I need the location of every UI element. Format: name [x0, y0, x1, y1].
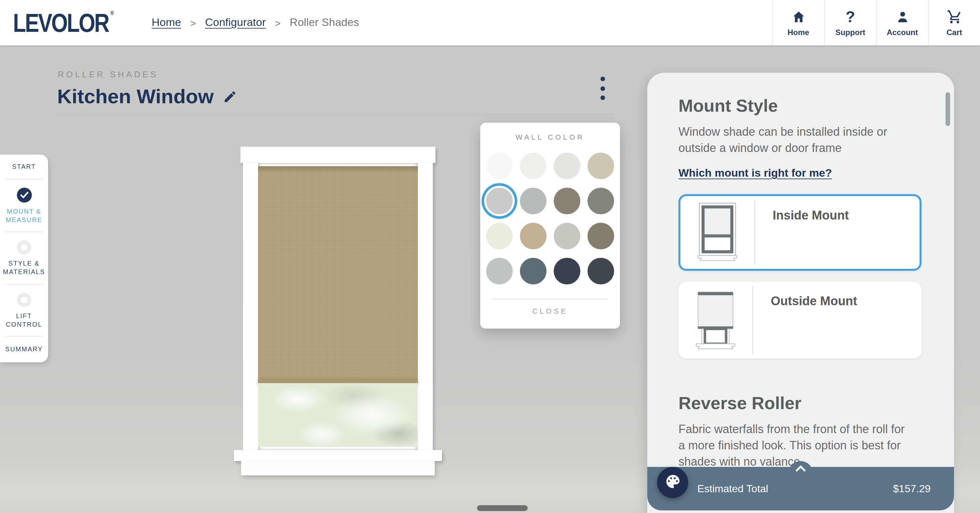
estimated-total-amount: $157.29 [893, 483, 931, 494]
wall-color-swatch-grid [480, 152, 620, 284]
inside-mount-illustration-icon [681, 196, 754, 269]
wall-color-swatch[interactable] [520, 187, 547, 214]
more-options-menu-button[interactable] [597, 76, 608, 100]
wall-color-close-button[interactable]: CLOSE [480, 307, 620, 315]
wall-color-swatch[interactable] [554, 187, 580, 214]
configurator-page: LEVOLOR® Home > Configurator > Roller Sh… [0, 0, 980, 513]
title-divider [57, 114, 615, 115]
window-opening [258, 163, 418, 451]
sidebar-step-summary[interactable]: SUMMARY [5, 345, 43, 353]
outside-mount-option[interactable]: Outside Mount [678, 282, 921, 359]
mount-help-link[interactable]: Which mount is right for me? [678, 167, 832, 180]
step-divider [5, 284, 43, 285]
question-icon: ? [845, 9, 855, 24]
window-glass [258, 383, 418, 447]
wall-color-swatch[interactable] [520, 223, 547, 249]
breadcrumb-home[interactable]: Home [152, 16, 181, 29]
top-nav: Home ? Support Account Cart [772, 0, 980, 46]
wall-color-popover: WALL COLOR CLOSE [480, 123, 620, 329]
page-hscrollbar-thumb[interactable] [477, 505, 528, 511]
nav-cart-button[interactable]: Cart [928, 0, 980, 46]
reverse-roller-heading: Reverse Roller [678, 394, 918, 414]
wall-color-swatch[interactable] [554, 152, 580, 179]
sidebar-step-lift-control[interactable]: LIFT CONTROL [3, 311, 46, 328]
palette-icon [664, 472, 681, 492]
wall-color-palette-button[interactable] [657, 467, 688, 498]
nav-home-button[interactable]: Home [772, 0, 824, 46]
step-divider [5, 336, 43, 337]
nav-support-button[interactable]: ? Support [824, 0, 876, 46]
step-sidebar: START MOUNT & MEASURE STYLE & MATERIALS … [0, 154, 48, 362]
wall-color-swatch[interactable] [587, 258, 614, 284]
nav-cart-label: Cart [947, 28, 962, 37]
levolor-logo[interactable]: LEVOLOR® [13, 8, 108, 37]
person-icon [895, 9, 910, 24]
wall-color-swatch[interactable] [587, 152, 614, 179]
sidebar-step-style-materials[interactable]: STYLE & MATERIALS [3, 259, 46, 276]
step-mount-measure-check[interactable] [17, 187, 32, 202]
window-preview [235, 147, 441, 475]
inside-mount-option[interactable]: Inside Mount [678, 194, 921, 271]
outside-mount-label: Outside Mount [753, 282, 857, 359]
step-style-materials-circle[interactable] [17, 240, 31, 254]
wall-color-swatch[interactable] [520, 258, 547, 284]
wall-color-swatch-selected[interactable] [486, 187, 513, 214]
wall-color-swatch[interactable] [486, 152, 513, 179]
page-title: Kitchen Window [57, 85, 214, 108]
breadcrumb-current: Roller Shades [290, 16, 360, 29]
sidebar-step-mount-measure[interactable]: MOUNT & MEASURE [3, 207, 46, 224]
mount-style-description: Window shade can be installed inside or … [678, 124, 910, 157]
mount-style-heading: Mount Style [678, 96, 918, 116]
cart-icon [947, 9, 962, 24]
window-header-casing [240, 147, 436, 163]
wall-color-swatch[interactable] [554, 258, 580, 284]
edit-title-button[interactable] [223, 90, 237, 104]
step-divider [5, 179, 43, 180]
wall-color-swatch[interactable] [486, 258, 513, 284]
inside-mount-label: Inside Mount [755, 196, 849, 269]
nav-home-label: Home [788, 28, 810, 37]
window-sill [234, 450, 442, 461]
expand-total-button[interactable] [788, 461, 813, 486]
window-apron [241, 461, 435, 475]
wall-color-swatch[interactable] [554, 223, 580, 249]
wall-color-divider [493, 299, 608, 299]
category-label: ROLLER SHADES [58, 70, 158, 79]
top-bar: LEVOLOR® Home > Configurator > Roller Sh… [0, 0, 980, 46]
breadcrumb-separator: > [275, 17, 281, 28]
wall-color-swatch[interactable] [486, 223, 513, 249]
registered-mark: ® [110, 10, 114, 16]
window-right-casing [418, 163, 433, 451]
nav-account-label: Account [887, 28, 918, 37]
wall-color-swatch[interactable] [520, 152, 547, 179]
wall-color-swatch[interactable] [587, 223, 614, 249]
sidebar-step-start[interactable]: START [12, 162, 36, 171]
roller-shade-fabric[interactable] [258, 166, 418, 383]
home-icon [791, 9, 805, 24]
outside-mount-illustration-icon [678, 282, 752, 359]
nav-support-label: Support [835, 28, 865, 37]
wall-color-swatch[interactable] [587, 187, 614, 214]
estimated-total-bar: Estimated Total $157.29 [647, 467, 954, 510]
breadcrumb-configurator[interactable]: Configurator [205, 16, 266, 29]
options-panel: Mount Style Window shade can be installe… [647, 73, 954, 513]
wall-color-title: WALL COLOR [480, 133, 620, 141]
window-left-casing [243, 163, 258, 451]
estimated-total-label: Estimated Total [697, 483, 768, 494]
panel-scrollbar-thumb[interactable] [945, 92, 950, 126]
breadcrumb-separator: > [190, 17, 196, 28]
step-lift-control-circle[interactable] [17, 292, 31, 307]
breadcrumb: Home > Configurator > Roller Shades [152, 16, 359, 29]
nav-account-button[interactable]: Account [876, 0, 928, 46]
step-divider [5, 232, 43, 233]
